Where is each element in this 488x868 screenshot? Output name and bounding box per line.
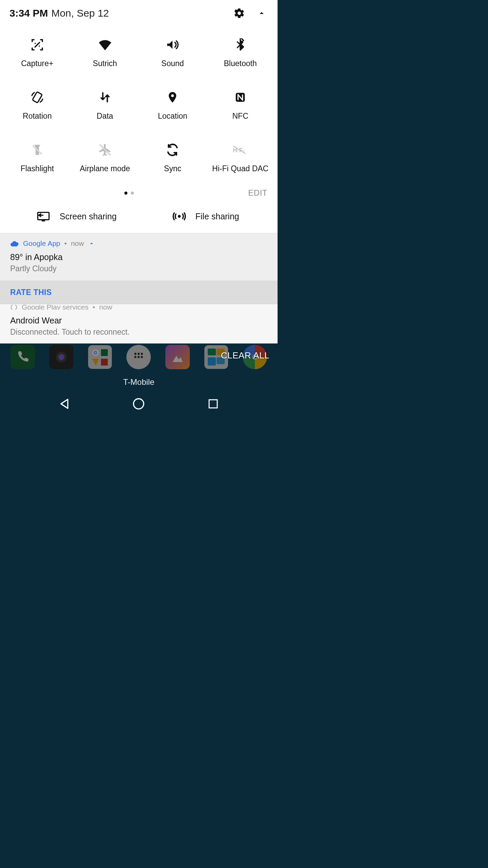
capture-icon [30,37,45,52]
tile-label: Location [158,112,187,121]
weather-title: 89° in Apopka [10,252,267,262]
tile-rotation[interactable]: Rotation [3,90,71,121]
location-icon [165,90,180,105]
file-sharing-label: File sharing [196,212,239,221]
app-drawer-icon [126,345,151,369]
tile-flashlight[interactable]: Flashlight [3,142,71,173]
notification-app-name: Google App [23,239,60,248]
sync-icon [165,142,180,157]
clear-all-button[interactable]: CLEAR ALL [221,350,269,361]
svg-rect-38 [209,400,217,408]
svg-rect-17 [88,345,112,369]
svg-point-28 [141,356,143,358]
svg-point-25 [141,353,143,355]
notification-app-name: Google Play services [22,305,88,310]
recents-button[interactable] [203,394,223,414]
tile-location[interactable]: Location [139,90,207,121]
nfc-icon [233,90,248,105]
clock-time: 3:34 PM [9,7,48,19]
file-sharing-button[interactable]: File sharing [135,211,271,222]
navigation-bar [0,392,278,419]
gallery-app-icon [165,345,190,369]
svg-point-26 [135,356,137,358]
flashlight-off-icon [30,142,45,157]
collapse-icon[interactable] [88,240,95,247]
tile-hifi-dac[interactable]: HIFI Hi-Fi Quad DAC [206,142,274,173]
bluetooth-icon [233,37,248,52]
svg-rect-22 [101,359,108,366]
sound-icon [165,37,180,52]
svg-point-24 [138,353,140,355]
tile-airplane[interactable]: Airplane mode [71,142,139,173]
screen-sharing-label: Screen sharing [60,212,117,221]
svg-marker-29 [172,356,182,362]
wear-subtitle: Disconnected. Touch to reconnect. [10,328,267,337]
page-indicator [10,192,248,195]
notification-android-wear[interactable]: Google Play services • now Android Wear … [0,304,278,343]
camera-app-icon [49,345,74,369]
quick-settings-grid: Capture+ Sutrich Sound Bluetooth Rotatio… [0,26,278,180]
tile-label: NFC [232,112,248,121]
tile-label: Rotation [23,112,52,121]
notification-weather[interactable]: Google App • now 89° in Apopka Partly Cl… [0,233,278,281]
clock-date: Mon, Sep 12 [51,7,109,19]
tile-nfc[interactable]: NFC [206,90,274,121]
tile-label: Airplane mode [80,164,130,173]
separator-dot: • [93,305,95,310]
back-button[interactable] [54,394,75,414]
svg-rect-31 [208,349,216,355]
weather-subtitle: Partly Cloudy [10,264,267,273]
edit-button[interactable]: EDIT [248,188,267,198]
tile-bluetooth[interactable]: Bluetooth [206,37,274,68]
carrier-label: T-Mobile [0,371,278,392]
tile-label: Flashlight [21,164,54,173]
svg-point-16 [58,354,64,360]
svg-point-14 [11,305,17,310]
screen-sharing-button[interactable]: Screen sharing [7,211,135,222]
google-folder-icon: G [88,345,112,369]
tile-label: Sound [161,59,184,68]
cloud-icon [10,240,19,247]
tile-label: Data [97,112,113,121]
rotation-icon [30,90,45,105]
svg-text:G: G [94,350,97,355]
svg-rect-20 [101,349,108,356]
svg-point-13 [178,215,180,218]
tile-label: Sync [164,164,181,173]
rate-this-button[interactable]: RATE THIS [0,281,278,304]
svg-point-37 [134,399,144,409]
svg-point-23 [135,353,137,355]
tile-data[interactable]: Data [71,90,139,121]
tile-sound[interactable]: Sound [139,37,207,68]
tile-label: Capture+ [21,59,53,68]
tile-label: Hi-Fi Quad DAC [212,164,268,173]
data-icon [98,90,113,105]
notification-time: now [71,239,84,248]
tile-label: Sutrich [93,59,117,68]
wifi-icon [98,37,113,52]
screen-sharing-icon [37,211,50,222]
home-dock-background: G CLEAR ALL [0,343,278,371]
home-button[interactable] [128,394,149,414]
tile-sync[interactable]: Sync [139,142,207,173]
play-services-icon [10,305,18,310]
hifi-off-icon: HIFI [233,142,248,157]
wear-title: Android Wear [10,316,267,326]
notification-time: now [99,305,113,310]
separator-dot: • [64,239,67,248]
file-sharing-icon [172,211,186,222]
phone-app-icon [11,345,35,369]
svg-point-27 [138,356,140,358]
tile-wifi[interactable]: Sutrich [71,37,139,68]
svg-rect-33 [208,357,216,366]
airplane-off-icon [98,142,113,157]
settings-icon[interactable] [233,7,246,20]
tile-label: Bluetooth [224,59,257,68]
tile-capture-plus[interactable]: Capture+ [3,37,71,68]
collapse-icon[interactable] [255,7,268,20]
